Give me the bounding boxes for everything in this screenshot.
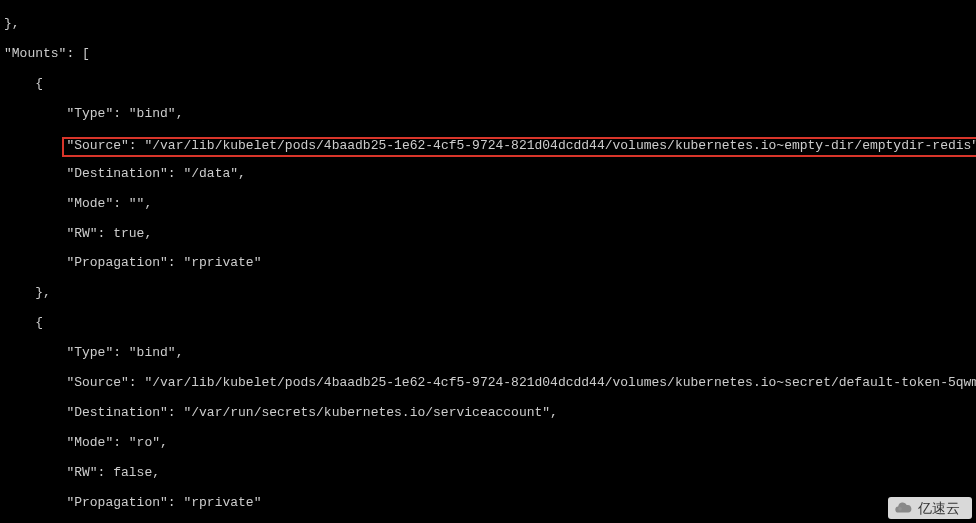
code-line: { — [4, 316, 976, 331]
code-line: "RW": true, — [4, 227, 976, 242]
code-line: "Propagation": "rprivate" — [4, 496, 976, 511]
cloud-icon — [894, 499, 912, 517]
code-line: { — [4, 77, 976, 92]
code-line: "Type": "bind", — [4, 107, 976, 122]
code-line: "Type": "bind", — [4, 346, 976, 361]
watermark-badge: 亿速云 — [888, 497, 972, 519]
code-line-highlighted: "Source": "/var/lib/kubelet/pods/4baadb2… — [4, 137, 976, 152]
code-line: }, — [4, 17, 976, 32]
code-line: "Destination": "/data", — [4, 167, 976, 182]
highlighted-source: "Source": "/var/lib/kubelet/pods/4baadb2… — [62, 137, 976, 157]
code-line: }, — [4, 286, 976, 301]
code-line: "Mode": "ro", — [4, 436, 976, 451]
code-line: "Propagation": "rprivate" — [4, 256, 976, 271]
svg-point-0 — [898, 507, 902, 511]
code-line: "Mounts": [ — [4, 47, 976, 62]
indent — [4, 138, 66, 153]
code-line: "RW": false, — [4, 466, 976, 481]
code-line: "Source": "/var/lib/kubelet/pods/4baadb2… — [4, 376, 976, 391]
watermark-text: 亿速云 — [918, 500, 960, 516]
code-line: "Destination": "/var/run/secrets/kuberne… — [4, 406, 976, 421]
json-output: }, "Mounts": [ { "Type": "bind", "Source… — [4, 2, 976, 523]
code-line: "Mode": "", — [4, 197, 976, 212]
